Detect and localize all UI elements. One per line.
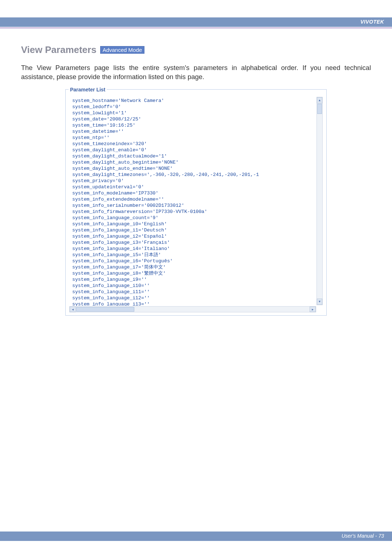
scroll-right-icon[interactable]: ▸ — [310, 307, 316, 312]
horizontal-scroll-thumb[interactable] — [76, 307, 134, 312]
parameter-lines: system_hostname='Network Camera' system_… — [69, 96, 323, 306]
horizontal-scroll-track[interactable] — [76, 307, 309, 312]
scroll-left-icon[interactable]: ◂ — [70, 307, 76, 312]
brand-text: VIVOTEK — [360, 19, 384, 25]
page: VIVOTEK View Parameters Advanced Mode Th… — [0, 0, 392, 554]
parameter-panel: Parameter List system_hostname='Network … — [65, 87, 327, 316]
header: VIVOTEK — [0, 0, 392, 28]
mode-badge: Advanced Mode — [100, 46, 144, 54]
scroll-up-icon[interactable]: ▴ — [317, 97, 322, 103]
horizontal-scrollbar[interactable]: ◂ ▸ — [69, 306, 316, 312]
parameter-legend: Parameter List — [69, 87, 107, 93]
header-stripe: VIVOTEK — [0, 17, 392, 27]
vertical-scroll-thumb[interactable] — [317, 104, 322, 114]
scroll-down-icon[interactable]: ▾ — [317, 299, 322, 305]
vertical-scrollbar[interactable]: ▴ ▾ — [317, 97, 323, 305]
title-row: View Parameters Advanced Mode — [21, 44, 371, 56]
parameter-fieldset: Parameter List system_hostname='Network … — [65, 87, 327, 316]
parameter-listbox[interactable]: system_hostname='Network Camera' system_… — [69, 96, 323, 313]
content: View Parameters Advanced Mode The View P… — [0, 28, 392, 316]
footer: User's Manual - 73 — [0, 532, 392, 541]
page-title: View Parameters — [21, 44, 97, 56]
intro-text: The View Parameters page lists the entir… — [21, 63, 371, 82]
footer-text: User's Manual - 73 — [342, 533, 384, 539]
